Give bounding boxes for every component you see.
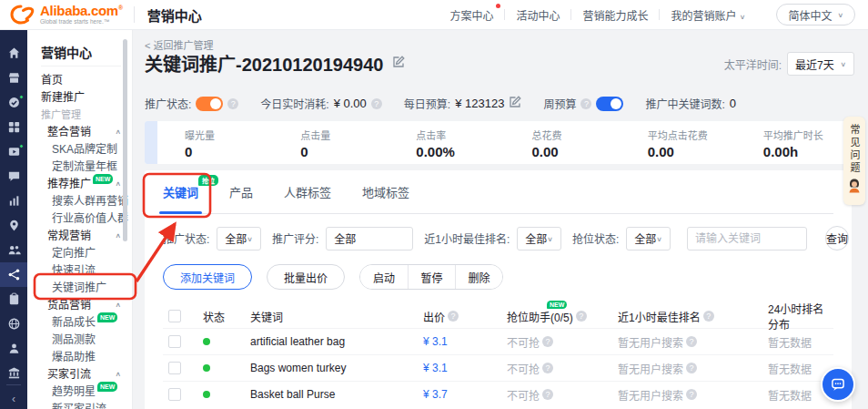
sidebar-group-buyer-traffic[interactable]: 买家引流 (27, 364, 132, 382)
row-checkbox[interactable] (168, 388, 181, 401)
stat-impressions: 曝光量0 (157, 121, 273, 164)
collapse-sidebar-arrow[interactable]: ‹ (0, 393, 27, 405)
filter-best-rank-select[interactable]: 全部 (517, 227, 561, 251)
sidebar-item-new-buyer-traffic[interactable]: 新买家引流 (27, 399, 132, 409)
keyword-cell: Basket ball Purse (250, 388, 335, 401)
status-active-dot (203, 364, 210, 372)
rail-video[interactable] (0, 139, 27, 164)
bid-cell[interactable]: ¥ 3.7 (423, 388, 448, 401)
sidebar-item-keyword-promo[interactable]: 关键词推广 (27, 278, 132, 295)
select-value: 全部 (225, 230, 247, 246)
filter-promo-status-select[interactable]: 全部 (217, 227, 261, 251)
filter-promo-score-input[interactable] (326, 227, 413, 251)
tab-keywords[interactable]: 关键词抢位 (163, 170, 198, 214)
keyword-search-input[interactable] (687, 227, 807, 251)
date-range-select[interactable]: 最近7天 (787, 52, 854, 76)
campaign-status-row: 推广状态: 今日实时消耗: ¥ 0.00 每日预算: ¥ 123123 周预算 … (145, 96, 854, 111)
rail-globe[interactable] (0, 312, 27, 336)
question-circle-icon[interactable] (580, 98, 591, 109)
nav-my-account[interactable]: 我的营销账户 (660, 7, 756, 23)
sidebar-item-new-product-growth[interactable]: 新品成长NEW (27, 312, 132, 330)
sidebar-item-high-value-audience[interactable]: 行业高价值人群 (27, 209, 132, 226)
brand-name: Alibaba.com (40, 3, 118, 18)
pause-button[interactable]: 暂停 (408, 265, 455, 289)
rail-apps[interactable] (0, 115, 27, 139)
rail-storefront[interactable] (0, 66, 27, 90)
sidebar-group-integrated-marketing[interactable]: 整合营销 (27, 122, 132, 139)
app-title: 营销中心 (147, 5, 202, 25)
question-circle-icon[interactable] (703, 311, 714, 322)
rail-promotion-active[interactable] (0, 262, 27, 287)
sidebar-item-product-testing[interactable]: 测品测款 (27, 330, 132, 347)
faq-side-tab[interactable]: 常见问题 (843, 117, 865, 205)
question-circle-icon[interactable] (576, 311, 587, 322)
chevron-up-icon (115, 229, 121, 241)
alibaba-logo[interactable]: Alibaba.com® Global trade starts here.™ (9, 4, 123, 26)
action-buttons-row: 添加关键词 批量出价 启动 暂停 删除 (163, 264, 833, 290)
row-checkbox[interactable] (168, 362, 181, 374)
topbar-divider (134, 6, 135, 23)
rail-location[interactable] (0, 213, 27, 238)
filter-seize-status-select[interactable]: 全部 (626, 227, 671, 251)
delete-button[interactable]: 删除 (455, 265, 502, 289)
question-circle-icon[interactable] (542, 363, 553, 373)
bulk-bid-button[interactable]: 批量出价 (267, 264, 345, 290)
edit-budget-icon[interactable] (509, 96, 521, 111)
nav-activity-center[interactable]: 活动中心 (505, 7, 570, 23)
bid-cell[interactable]: ¥ 3.1 (423, 335, 448, 348)
rail-home[interactable] (0, 41, 27, 66)
question-circle-icon[interactable] (686, 389, 697, 400)
sidebar-item-quick-traffic[interactable]: 快速引流 (27, 261, 132, 278)
nav-marketing-growth[interactable]: 营销能力成长 (571, 7, 659, 23)
rail-bank[interactable] (0, 361, 27, 385)
bid-cell[interactable]: ¥ 3.1 (423, 362, 448, 374)
tab-region-tags[interactable]: 地域标签 (362, 170, 409, 214)
rail-verified[interactable] (0, 90, 27, 115)
question-circle-icon[interactable] (448, 311, 459, 322)
start-button[interactable]: 启动 (360, 265, 408, 289)
sidebar-item-custom-traffic[interactable]: 定制流量年框 (27, 157, 132, 174)
question-circle-icon[interactable] (686, 363, 697, 373)
column-header-seize-assistant: 抢位助手(0/5) (507, 309, 573, 324)
add-keywords-button[interactable]: 添加关键词 (163, 264, 252, 290)
select-value: 全部 (525, 230, 547, 246)
filter-promo-status-label: 推广状态: (163, 230, 209, 246)
sidebar-item-new-campaign[interactable]: 新建推广 (27, 87, 132, 105)
tab-products[interactable]: 产品 (229, 170, 253, 214)
language-selector[interactable]: 简体中文 (776, 4, 855, 26)
keywords-table: 状态 关键词 出价 NEW抢位助手(0/5) 近1小时最佳排名 24小时排名分布… (163, 301, 833, 407)
sidebar-item-search-remarketing[interactable]: 搜索人群再营销 (27, 191, 132, 209)
question-circle-icon[interactable] (542, 389, 553, 400)
daily-budget: 每日预算: ¥ 123123 (404, 96, 522, 111)
rail-analytics[interactable] (0, 189, 27, 213)
question-circle-icon[interactable] (686, 336, 697, 347)
sidebar-item-home[interactable]: 首页 (27, 70, 132, 87)
edit-title-icon[interactable] (392, 56, 405, 72)
nav-solution-center[interactable]: 方案中心 (439, 7, 504, 23)
sidebar-group-product-marketing[interactable]: 货品营销 (27, 295, 132, 312)
rail-agent[interactable] (0, 336, 27, 361)
rail-clipboard[interactable] (0, 287, 27, 312)
sidebar-item-label: 货品营销 (47, 296, 91, 312)
search-button[interactable]: 查询 (825, 226, 849, 251)
tab-audience-tags[interactable]: 人群标签 (284, 170, 331, 214)
question-circle-icon[interactable] (542, 336, 553, 347)
live-chat-button[interactable] (821, 367, 855, 402)
sidebar-item-targeted-promo[interactable]: 定向推广 (27, 243, 132, 261)
question-circle-icon[interactable] (227, 98, 238, 109)
sidebar-item-trend-star[interactable]: 趋势明星NEW (27, 382, 132, 399)
sidebar-group-recommended-promo[interactable]: 推荐推广NEW (27, 174, 132, 191)
sidebar-group-regular-marketing[interactable]: 常规营销 (27, 226, 132, 243)
sidebar-item-hot-product-boost[interactable]: 爆品助推 (27, 347, 132, 364)
sidebar-scrollbar[interactable] (123, 39, 127, 241)
rail-audience[interactable] (0, 238, 27, 262)
promo-status-label: 推广状态: (145, 96, 191, 111)
row-checkbox[interactable] (168, 335, 181, 348)
sidebar-item-ska-brand[interactable]: SKA品牌定制 (27, 139, 132, 157)
rail-message[interactable] (0, 164, 27, 189)
question-circle-icon[interactable] (371, 98, 382, 109)
location-pin-icon (7, 219, 21, 232)
promo-status-toggle[interactable] (196, 97, 223, 111)
select-all-checkbox[interactable] (168, 310, 181, 322)
weekly-budget-toggle[interactable] (596, 97, 623, 111)
